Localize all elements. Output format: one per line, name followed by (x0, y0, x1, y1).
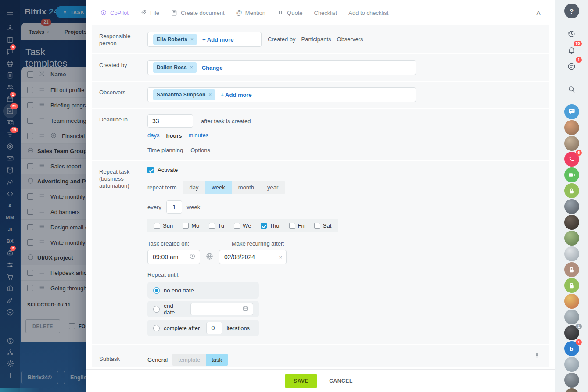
term-day[interactable]: day (183, 181, 205, 194)
activate-checkbox[interactable] (147, 167, 154, 173)
weekday-checkbox[interactable] (261, 223, 267, 229)
add-more-link[interactable]: + Add more (202, 36, 233, 43)
make-recurring-label: Make recurring after: (232, 240, 284, 247)
segment-template[interactable]: template (172, 354, 206, 366)
end-date-option[interactable]: end date (147, 301, 259, 317)
bell-icon[interactable]: 78 (564, 43, 579, 57)
weekday-we[interactable]: We (234, 222, 251, 229)
time-input[interactable] (147, 250, 200, 264)
user-chip[interactable]: Dalien Ross× (153, 62, 197, 73)
end-date-input[interactable] (190, 303, 253, 315)
activate-toggle[interactable]: Activate (147, 167, 541, 173)
weekday-checkbox[interactable] (234, 223, 240, 229)
clear-date-icon[interactable]: × (279, 254, 282, 260)
remove-chip-icon[interactable]: × (190, 64, 193, 71)
toolbar-mention[interactable]: @Mention (236, 10, 265, 16)
save-button[interactable]: SAVE (285, 374, 317, 388)
deadline-value-input[interactable] (147, 114, 193, 128)
deadline-unit-days[interactable]: days (147, 132, 159, 139)
weekday-checkbox[interactable] (209, 223, 215, 229)
complete-after-option[interactable]: complete after iterations (147, 320, 259, 336)
radio-end-date[interactable] (153, 306, 160, 313)
avatar[interactable] (564, 199, 579, 214)
weekday-mo[interactable]: Mo (183, 222, 199, 229)
lock-icon[interactable] (564, 183, 579, 198)
add-more-link[interactable]: + Add more (220, 92, 251, 98)
calendar-icon[interactable] (242, 305, 249, 313)
avatar[interactable] (564, 310, 579, 324)
lock-icon[interactable] (564, 278, 579, 293)
group-chat-icon[interactable] (564, 104, 579, 119)
quick-link-participants[interactable]: Participants (301, 36, 331, 43)
user-chip[interactable]: Samantha Simpson× (153, 89, 215, 100)
time-value[interactable] (152, 253, 186, 261)
phone-icon[interactable]: 6 (564, 152, 579, 167)
history-icon[interactable] (564, 26, 579, 41)
search-icon[interactable] (564, 82, 579, 96)
avatar[interactable] (564, 294, 579, 309)
general-label: General (147, 356, 168, 363)
avatar[interactable] (564, 231, 579, 246)
weekday-checkbox[interactable] (154, 223, 160, 229)
chip-label: Dalien Ross (157, 64, 187, 71)
user-chip[interactable]: Ella Roberts× (153, 34, 197, 45)
observers-input[interactable]: Samantha Simpson× + Add more (147, 87, 416, 102)
avatar[interactable] (564, 357, 579, 372)
recurring-date-input[interactable]: × (219, 250, 287, 264)
weekday-sat[interactable]: Sat (314, 222, 332, 229)
link-time-planning[interactable]: Time planning (147, 147, 183, 154)
date-value[interactable] (223, 253, 275, 261)
chat-lines-icon[interactable]: 1 (564, 59, 579, 74)
avatar[interactable] (564, 373, 579, 388)
avatar[interactable]: 1 (564, 325, 579, 340)
weekday-checkbox[interactable] (314, 223, 320, 229)
end-date-value[interactable] (195, 305, 239, 313)
term-year[interactable]: year (261, 181, 285, 194)
lock-icon[interactable] (564, 262, 579, 277)
quick-link-observers[interactable]: Observers (337, 36, 363, 43)
term-month[interactable]: month (232, 181, 261, 194)
avatar[interactable] (564, 215, 579, 230)
weekday-thu[interactable]: Thu (261, 222, 279, 229)
pin-icon[interactable] (533, 352, 541, 361)
quick-link-created-by[interactable]: Created by (268, 36, 296, 43)
iterations-input[interactable] (206, 322, 222, 334)
toolbar-add-to-checklist[interactable]: Add to checklist (348, 10, 388, 16)
remove-chip-icon[interactable]: × (190, 36, 194, 43)
toolbar-create-document[interactable]: Create document (171, 9, 225, 16)
weekday-label: Thu (269, 222, 279, 229)
video-icon[interactable] (564, 167, 579, 182)
deadline-unit-minutes[interactable]: minutes (189, 132, 209, 139)
weekday-tu[interactable]: Tu (209, 222, 224, 229)
segment-task[interactable]: task (206, 354, 228, 366)
created-by-input[interactable]: Dalien Ross× Change (147, 60, 416, 75)
weekday-sun[interactable]: Sun (154, 222, 173, 229)
app-icon[interactable]: b1 (564, 341, 579, 356)
link-options[interactable]: Options (190, 147, 210, 154)
weekday-fri[interactable]: Fri (289, 222, 305, 229)
no-end-date-option[interactable]: no end date (147, 282, 259, 299)
weekday-checkbox[interactable] (289, 223, 295, 229)
weekday-checkbox[interactable] (183, 223, 189, 229)
avatar[interactable] (564, 388, 579, 392)
every-value-input[interactable] (166, 200, 182, 214)
toolbar-copilot[interactable]: CoPilot (100, 9, 129, 16)
font-size-button[interactable]: A (536, 9, 541, 17)
toolbar-quote[interactable]: Quote (277, 9, 302, 16)
radio-complete-after[interactable] (153, 325, 160, 331)
avatar[interactable] (564, 136, 579, 151)
remove-chip-icon[interactable]: × (208, 92, 212, 98)
toolbar-checklist[interactable]: Checklist (314, 10, 337, 16)
radio-no-end-date[interactable] (153, 287, 160, 294)
toolbar-file[interactable]: File (140, 9, 159, 16)
deadline-unit-hours[interactable]: hours (166, 132, 182, 139)
responsible-input[interactable]: Ella Roberts× + Add more (147, 32, 262, 47)
cancel-button[interactable]: CANCEL (326, 378, 355, 385)
term-week[interactable]: week (205, 181, 231, 194)
avatar[interactable] (564, 120, 579, 135)
help-icon[interactable]: ? (564, 4, 579, 18)
avatar[interactable] (564, 246, 579, 261)
timezone-globe-icon[interactable] (205, 252, 214, 262)
at-icon: @ (236, 10, 242, 16)
change-link[interactable]: Change (202, 64, 223, 71)
